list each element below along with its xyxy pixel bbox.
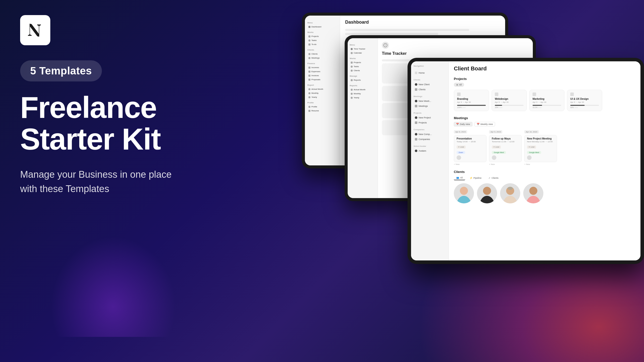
meetings-row: Apr 8, 2023 Presentation Today 14:00 → 1… bbox=[454, 129, 635, 165]
tablets-container: Menu Dashboard Works Projects Tasks To-d… bbox=[302, 8, 644, 354]
meeting-card-presentation: Presentation Today 14:00 → 16:00 ✦ Lead … bbox=[454, 135, 487, 162]
clock-icon bbox=[382, 42, 389, 49]
meetings-section: Meetings 📅 Daily view 📅 Weekly view bbox=[454, 116, 635, 165]
meeting-avatar-1 bbox=[457, 155, 461, 160]
projects-tab-all: ⊞ All bbox=[454, 83, 464, 87]
hero-title: Freelance Starter Kit bbox=[20, 92, 201, 155]
svg-point-4 bbox=[485, 188, 490, 193]
clients-section: Clients 👥 All ⚡ Pipeline ✓ Clients bbox=[454, 170, 635, 204]
clients-section-title: Clients bbox=[454, 170, 635, 174]
cb-main: Client Board Projects ⊞ All Branding bbox=[449, 61, 640, 260]
client-avatar-4 bbox=[523, 183, 543, 204]
tt-sidebar: Menu Time Tracker Calendar Works Project… bbox=[348, 38, 378, 198]
projects-row: Branding Apr 9 → Apr 30 100% —— Webdesig… bbox=[454, 90, 635, 111]
svg-point-2 bbox=[461, 188, 466, 193]
tablet-clientboard-screen: Navigation Home Clients New Client bbox=[411, 61, 640, 260]
meetings-tabs: 📅 Daily view 📅 Weekly view bbox=[454, 122, 635, 126]
meetings-section-title: Meetings bbox=[454, 116, 635, 120]
badge-text: 5 Templates bbox=[30, 65, 92, 77]
dashboard-sidebar: Menu Dashboard Works Projects Tasks To-d… bbox=[305, 16, 340, 165]
meeting-avatar-2 bbox=[492, 155, 496, 160]
client-avatar-2 bbox=[477, 183, 497, 204]
background-accent-purple bbox=[50, 236, 176, 337]
meeting-card-followup: Follow up Maya Tomorrow 11:00 → 12:00 ✦ … bbox=[489, 135, 522, 162]
dashboard-title: Dashboard bbox=[345, 20, 500, 25]
meeting-col-apr8: Apr 8, 2023 Presentation Today 14:00 → 1… bbox=[454, 129, 487, 165]
client-avatars-row bbox=[454, 183, 635, 204]
hero-subtitle: Manage your Business in one place with t… bbox=[20, 167, 191, 196]
db-menu-dashboard: Dashboard bbox=[307, 25, 337, 29]
notion-logo bbox=[20, 15, 50, 45]
projects-section: Projects ⊞ All Branding Apr 9 → Apr 30 bbox=[454, 77, 635, 111]
svg-point-7 bbox=[508, 187, 513, 190]
clients-tab-pipeline: ⚡ Pipeline bbox=[467, 176, 484, 180]
meeting-avatar-3 bbox=[527, 155, 532, 160]
meetings-tab-weekly: 📅 Weekly view bbox=[474, 122, 495, 126]
meeting-card-newproject: New Project Meeting Next Monday 11:00 → … bbox=[524, 135, 557, 162]
project-card-webdesign: Webdesign Apr 9 → Apr 30 25% —— bbox=[492, 90, 527, 111]
project-card-uiux: UI & UX Design Apr 9 → Apr 30 50% —— bbox=[567, 90, 602, 111]
cb-sidebar: Navigation Home Clients New Client bbox=[411, 61, 449, 260]
svg-point-9 bbox=[531, 188, 536, 193]
left-content: 5 Templates Freelance Starter Kit Manage… bbox=[20, 15, 201, 196]
projects-tabs: ⊞ All bbox=[454, 83, 635, 87]
tablet-clientboard: Navigation Home Clients New Client bbox=[408, 58, 644, 264]
client-avatar-3 bbox=[500, 183, 520, 204]
clients-tab-all: 👥 All bbox=[454, 176, 465, 180]
tt-title: Time Tracker bbox=[382, 51, 529, 56]
project-card-marketing: Marketing Apr 9 → Apr 30 33.3% —— bbox=[529, 90, 565, 111]
meetings-tab-daily: 📅 Daily view bbox=[454, 122, 472, 126]
clients-tabs: 👥 All ⚡ Pipeline ✓ Clients bbox=[454, 176, 635, 180]
meeting-col-apr9: Apr 9, 2023 Follow up Maya Tomorrow 11:0… bbox=[489, 129, 522, 165]
project-card-branding: Branding Apr 9 → Apr 30 100% —— bbox=[454, 90, 489, 111]
meeting-col-apr10: Apr 10, 2023 New Project Meeting Next Mo… bbox=[524, 129, 557, 165]
client-avatar-1 bbox=[454, 183, 474, 204]
cb-title: Client Board bbox=[454, 65, 635, 72]
projects-section-title: Projects bbox=[454, 77, 635, 81]
templates-badge: 5 Templates bbox=[20, 60, 102, 81]
clients-tab-clients: ✓ Clients bbox=[486, 176, 501, 180]
